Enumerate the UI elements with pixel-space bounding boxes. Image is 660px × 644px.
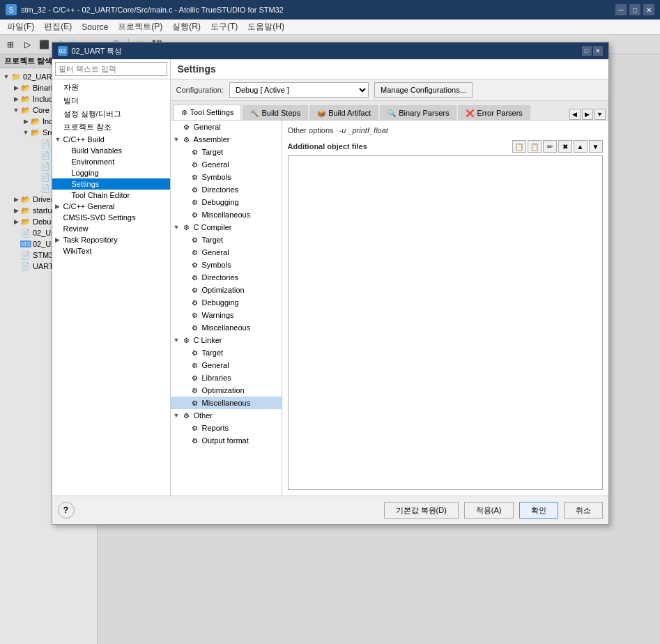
st-icon: ⚙ (190, 247, 200, 257)
list-up-button[interactable]: ▲ (574, 140, 588, 153)
nav-arrow: ▶ (55, 203, 63, 210)
list-add-button[interactable]: 📋 (512, 140, 526, 153)
nav-item-ccgeneral[interactable]: ▶ C/C++ General (52, 201, 170, 212)
nav-item-ccbuild[interactable]: ▼ C/C++ Build (52, 134, 170, 145)
nav-item-settings[interactable]: Settings (52, 178, 170, 190)
nav-label: Tool Chain Editor (72, 191, 130, 199)
dialog-maximize-button[interactable]: □ (582, 46, 592, 56)
tab-nav-menu[interactable]: ▼ (594, 109, 606, 120)
st-assembler[interactable]: ▼ ⚙ Assembler (171, 133, 282, 146)
list-delete-button[interactable]: ✖ (558, 140, 572, 153)
manage-configurations-button[interactable]: Manage Configurations... (374, 82, 473, 98)
additional-files-header: Additional object files 📋 📋 ✏ ✖ ▲ ▼ (288, 140, 603, 153)
st-cc-target[interactable]: ⚙ Target (171, 233, 282, 246)
properties-dialog: 02 02_UART 특성 □ ✕ (52, 42, 609, 525)
tab-binary-parsers[interactable]: 🔍 Binary Parsers (380, 105, 456, 120)
other-options-row: Other options -u _printf_float (288, 126, 603, 135)
minimize-button[interactable]: ─ (615, 4, 627, 15)
st-ccompiler[interactable]: ▼ ⚙ C Compiler (171, 221, 282, 233)
st-cl-target[interactable]: ⚙ Target (171, 346, 282, 359)
st-cc-warnings[interactable]: ⚙ Warnings (171, 309, 282, 321)
st-asm-symbols[interactable]: ⚙ Symbols (171, 171, 282, 183)
st-other-reports[interactable]: ⚙ Reports (171, 422, 282, 434)
tab-error-parsers[interactable]: ❌ Error Parsers (458, 105, 530, 120)
st-cl-libraries[interactable]: ⚙ Libraries (171, 371, 282, 384)
st-label: Debugging (202, 198, 239, 206)
st-cl-optimization[interactable]: ⚙ Optimization (171, 384, 282, 397)
nav-item-taskrepo[interactable]: ▶ Task Repository (52, 234, 170, 245)
settings-title: Settings (178, 63, 216, 75)
tab-nav-next[interactable]: ▶ (582, 109, 593, 120)
list-down-button[interactable]: ▼ (589, 140, 603, 153)
menu-file[interactable]: 파일(F) (3, 20, 38, 34)
st-asm-general[interactable]: ⚙ General (171, 158, 282, 171)
nav-item-projref[interactable]: 프로젝트 참조 (52, 121, 170, 134)
st-general[interactable]: ⚙ General (171, 121, 282, 133)
nav-item-review[interactable]: Review (52, 223, 170, 234)
st-label: Optimization (202, 386, 245, 394)
st-cc-directories[interactable]: ⚙ Directories (171, 271, 282, 284)
st-label: Directories (202, 273, 239, 282)
st-asm-target[interactable]: ⚙ Target (171, 146, 282, 158)
nav-label: WikiText (63, 247, 92, 255)
nav-item-rundebug[interactable]: 설정 실행/디버그 (52, 107, 170, 121)
st-other[interactable]: ▼ ⚙ Other (171, 409, 282, 422)
restore-defaults-button[interactable]: 기본값 복원(D) (384, 502, 459, 519)
st-cl-general[interactable]: ⚙ General (171, 359, 282, 371)
st-cc-optimization[interactable]: ⚙ Optimization (171, 284, 282, 296)
nav-item-resources[interactable]: 자원 (52, 81, 170, 94)
apply-button[interactable]: 적용(A) (464, 502, 514, 519)
st-label: Optimization (202, 286, 245, 294)
st-cc-misc[interactable]: ⚙ Miscellaneous (171, 321, 282, 334)
st-icon: ⚙ (182, 122, 192, 132)
st-clinker[interactable]: ▼ ⚙ C Linker (171, 334, 282, 346)
ok-button[interactable]: 확인 (519, 502, 558, 519)
help-button[interactable]: ? (58, 502, 75, 519)
dialog-close-button[interactable]: ✕ (593, 46, 603, 56)
st-label: Target (202, 236, 224, 244)
list-edit-button[interactable]: ✏ (543, 140, 557, 153)
cancel-button[interactable]: 취소 (564, 502, 603, 519)
list-copy-button[interactable]: 📋 (528, 140, 542, 153)
nav-item-toolchain[interactable]: Tool Chain Editor (52, 190, 170, 201)
filter-input[interactable] (55, 62, 167, 76)
nav-item-environment[interactable]: Environment (52, 156, 170, 167)
st-cc-debugging[interactable]: ⚙ Debugging (171, 296, 282, 309)
st-other-output[interactable]: ⚙ Output format (171, 434, 282, 447)
tab-build-artifact[interactable]: 📦 Build Artifact (309, 105, 378, 120)
st-cl-misc[interactable]: ⚙ Miscellaneous (171, 397, 282, 409)
nav-item-logging[interactable]: Logging (52, 167, 170, 178)
st-label: Other (194, 411, 213, 420)
st-asm-directories[interactable]: ⚙ Directories (171, 183, 282, 196)
st-icon: ⚙ (190, 423, 200, 433)
st-icon: ⚙ (190, 210, 200, 220)
st-cc-general[interactable]: ⚙ General (171, 246, 282, 259)
menu-tools[interactable]: 도구(T) (206, 20, 242, 34)
nav-item-cmsissvd[interactable]: CMSIS-SVD Settings (52, 212, 170, 223)
menu-bar: 파일(F) 편집(E) Source 프로젝트(P) 실행(R) 도구(T) 도… (0, 20, 660, 35)
nav-item-buildvars[interactable]: Build Variables (52, 145, 170, 156)
menu-source[interactable]: Source (77, 21, 112, 33)
close-button[interactable]: ✕ (643, 4, 654, 15)
st-label: Symbols (202, 261, 231, 269)
st-asm-debugging[interactable]: ⚙ Debugging (171, 196, 282, 208)
st-icon: ⚙ (182, 335, 192, 345)
menu-run[interactable]: 실행(R) (168, 20, 205, 34)
tab-nav-prev[interactable]: ◀ (569, 109, 581, 120)
nav-item-builder[interactable]: 빌더 (52, 94, 170, 107)
tab-tool-settings[interactable]: ⚙ Tool Settings (174, 105, 242, 120)
tool-settings-icon: ⚙ (181, 109, 187, 116)
menu-edit[interactable]: 편집(E) (40, 20, 76, 34)
additional-files-list[interactable] (288, 155, 603, 490)
maximize-button[interactable]: □ (629, 4, 640, 15)
tab-build-steps[interactable]: 🔨 Build Steps (243, 105, 308, 120)
st-asm-misc[interactable]: ⚙ Miscellaneous (171, 208, 282, 221)
menu-project[interactable]: 프로젝트(P) (114, 20, 167, 34)
nav-label: 프로젝트 참조 (63, 122, 112, 132)
nav-label: C/C++ General (63, 202, 115, 210)
dialog-title: 02_UART 특성 (72, 46, 123, 56)
nav-item-wikitext[interactable]: WikiText (52, 245, 170, 256)
st-cc-symbols[interactable]: ⚙ Symbols (171, 259, 282, 271)
config-select[interactable]: Debug [ Active ] (229, 82, 369, 98)
menu-help[interactable]: 도움말(H) (243, 20, 289, 34)
